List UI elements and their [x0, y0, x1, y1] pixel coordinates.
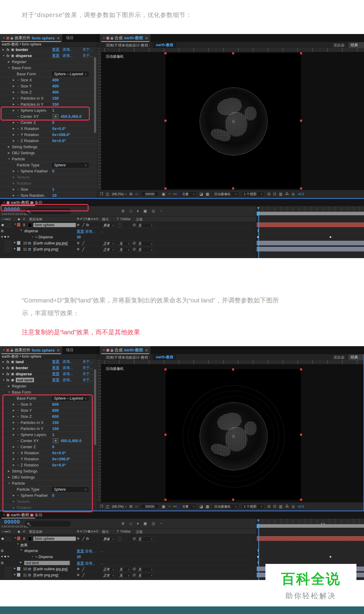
options-link[interactable]: 选项... — [62, 359, 73, 364]
effect-param-row[interactable]: fx ▣ ◔ Register ⊕ ∨ 重置 选项... 关于... — [0, 59, 97, 65]
quality-switch-icon[interactable]: ⊕ — [77, 247, 79, 251]
audio-toggle-box[interactable] — [5, 247, 8, 252]
audio-toggle-box[interactable] — [5, 567, 8, 571]
row-name[interactable]: 效果 — [20, 543, 28, 548]
parent-column[interactable]: 父级 — [136, 217, 143, 222]
twirl-icon[interactable] — [2, 360, 6, 363]
label-color-swatch[interactable] — [17, 567, 20, 571]
time-ruler[interactable] — [257, 519, 364, 524]
layer-handle[interactable] — [164, 499, 167, 501]
parent-dropdown[interactable]: 无∨ — [136, 567, 154, 572]
stopwatch-icon[interactable]: ◔ — [17, 494, 19, 497]
graph-icon[interactable]: ∿ — [35, 555, 38, 559]
stopwatch-icon[interactable]: ◔ — [17, 84, 19, 88]
eye-icon[interactable]: ◉ — [1, 537, 4, 541]
property-value[interactable]: 30 — [77, 555, 81, 559]
twirl-icon[interactable] — [13, 103, 17, 106]
dropdown[interactable]: Sphere∨ — [52, 163, 89, 168]
effect-param-row[interactable]: fx ▣ ◔ Texture ⊕ ∨ 重置 选项... 关于... — [0, 174, 97, 180]
timeline-row[interactable]: ◉ ◀ ◆ ▶ fx ▤ ◔ ∿ out land 重置 选项... — [0, 560, 252, 566]
trkmat-dropdown[interactable]: 无∨ — [118, 573, 131, 578]
about-link[interactable]: 关于... — [83, 371, 93, 377]
layer-handle[interactable] — [300, 120, 302, 122]
quality-switch-icon[interactable]: ⊕ — [77, 537, 79, 541]
effect-param-row[interactable]: fx ▣ ◔ border ⊕ ∨ 重置 选项... 关于... — [0, 47, 97, 53]
twirl-icon[interactable] — [13, 409, 17, 412]
twirl-icon[interactable] — [14, 223, 16, 226]
fx-badge[interactable]: fx — [6, 366, 9, 370]
resolution-dropdown[interactable]: 完整∨ — [180, 191, 197, 197]
anchor-picker-icon[interactable]: ⊕ — [53, 438, 58, 443]
blend-mode-dropdown[interactable]: 正常∨ — [102, 573, 116, 578]
flowchart-icon[interactable]: ⁂ — [285, 504, 289, 509]
twirl-icon[interactable] — [13, 403, 17, 406]
param-value[interactable]: 400 — [52, 84, 59, 88]
zoom-level[interactable]: (98.2%) — [112, 505, 124, 508]
twirl-icon[interactable] — [8, 470, 12, 472]
twirl-icon[interactable] — [13, 91, 17, 94]
channels-icon[interactable] — [173, 506, 177, 507]
twirl-icon[interactable] — [14, 537, 16, 539]
effect-param-row[interactable]: fx ▣ ◔ Base Form ⊕ Sphere – Layered∨ 重置 … — [0, 395, 97, 401]
reset-link[interactable]: 重置 — [77, 549, 84, 554]
effect-param-row[interactable]: fx ▣ ◔ Particles in X ⊕ 150 ∨ 重置 选项... 关… — [0, 420, 97, 426]
param-value[interactable]: 1 — [52, 432, 54, 437]
effect-param-row[interactable]: fx ▣ ◔ Y Rotation ⊕ 0x+206.0° ∨ 重置 选项...… — [0, 132, 97, 138]
stopwatch-icon[interactable]: ◔ — [17, 194, 19, 197]
close-icon[interactable]: × — [3, 36, 5, 40]
twirl-icon[interactable] — [13, 79, 17, 81]
parent-column[interactable]: 父级 — [136, 530, 143, 534]
parent-dropdown[interactable]: 无∨ — [136, 247, 154, 252]
twirl-icon[interactable] — [8, 145, 12, 148]
twirl-icon[interactable] — [13, 97, 17, 100]
layer-handle[interactable] — [300, 52, 302, 54]
marker[interactable] — [324, 523, 325, 524]
breadcrumb-project[interactable]: 3D粒子球体动效设计-教程 — [106, 355, 148, 360]
blend-mode-dropdown[interactable]: 正常∨ — [102, 567, 116, 572]
twirl-icon[interactable] — [13, 85, 17, 87]
effect-param-row[interactable]: fx ▣ ◔ Rotation ⊕ ∨ 重置 选项... 关于... — [0, 180, 97, 186]
monitor-icon[interactable]: ◫ — [106, 504, 109, 509]
view-layout-dropdown[interactable]: 1 个视图∨ — [241, 504, 265, 510]
effect-param-row[interactable]: fx ▣ ◔ Size Random ⊕ 10 ∨ 重置 选项... 关于... — [0, 193, 97, 199]
stopwatch-icon[interactable]: ◔ — [17, 133, 19, 137]
quality-slash-icon[interactable]: ╱ — [82, 573, 84, 577]
composition-mini-flowchart-icon[interactable]: ≣ — [121, 209, 125, 213]
twirl-icon[interactable] — [13, 170, 17, 172]
effect-param-row[interactable]: fx ▣ ◔ Center Z ⊕ 0 ∨ 重置 选项... 关于... — [0, 444, 97, 450]
fx-badge[interactable]: fx — [1, 549, 4, 553]
audio-toggle-box[interactable] — [5, 537, 8, 541]
property-value[interactable]: 30 — [77, 235, 81, 239]
tab-timeline-backup[interactable]: 备份 — [28, 199, 45, 206]
effect-param-row[interactable]: fx ▣ ◔ Base Form ⊕ ∨ 重置 选项... 关于... — [0, 65, 97, 71]
options-link[interactable]: 选项... — [62, 371, 73, 377]
twirl-icon[interactable] — [13, 427, 17, 430]
param-value[interactable]: 0x+0.0° — [52, 463, 66, 467]
param-value[interactable]: 1 — [52, 108, 54, 113]
timeline-row[interactable]: ◉ ◀ ◆ ▶ fx 10 ▤ ◔ ∿ [Earth outline jpg.j… — [0, 566, 252, 572]
motion-blur-icon[interactable]: ◎ — [152, 209, 155, 213]
row-name[interactable]: [Earth outline jpg.jpg] — [33, 567, 68, 571]
param-value[interactable]: 150 — [52, 420, 59, 425]
twirl-icon[interactable] — [13, 194, 17, 197]
parent-dropdown[interactable]: 无∨ — [136, 223, 154, 228]
twirl-icon[interactable] — [14, 573, 16, 576]
effect-param-row[interactable]: fx ▣ ◔ out land ⊕ ∨ 重置 选项... 关于... — [0, 377, 97, 383]
effect-param-row[interactable]: fx ▣ ◔ Sphere Feather ⊕ 0 ∨ 重置 选项... 关于.… — [0, 168, 97, 174]
twirl-icon[interactable] — [13, 494, 17, 497]
reset-link[interactable]: 重置 — [52, 53, 59, 58]
trkmat-dropdown[interactable]: 无∨ — [118, 241, 131, 246]
param-value[interactable]: 0x+0.0° — [52, 138, 66, 143]
stopwatch-icon[interactable]: ◔ — [17, 445, 19, 449]
effect-param-row[interactable]: fx ▣ ◔ disperse ⊕ ∨ 重置 选项... 关于... — [0, 53, 97, 59]
dropdown[interactable]: Sphere – Layered∨ — [52, 396, 89, 401]
options-link[interactable]: 选项... — [85, 229, 95, 234]
timeline-row[interactable]: ◉ ◀ ◆ ▶ fx ▤ ◔ ∿ disperse 重置 选项... — [0, 228, 252, 234]
twirl-icon[interactable] — [13, 188, 17, 191]
stopwatch-icon[interactable]: ◔ — [17, 451, 19, 455]
stopwatch-icon[interactable]: ◔ — [17, 433, 19, 437]
parent-pickwhip-icon[interactable]: @ — [133, 223, 136, 227]
work-area-bar[interactable] — [257, 524, 364, 528]
scrollbar[interactable] — [94, 369, 96, 445]
pixel-aspect-icon[interactable]: ⊟ — [267, 504, 270, 509]
